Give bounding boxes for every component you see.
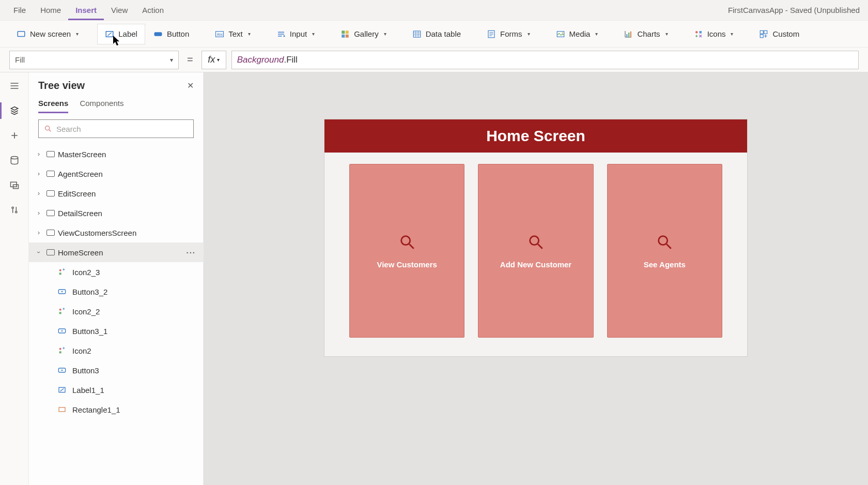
svg-point-25 [12,207,13,208]
menu-home[interactable]: Home [33,0,68,20]
fx-button[interactable]: fx ▾ [202,51,226,69]
text-label: Text [228,29,243,38]
chevron-down-icon: ▾ [384,31,386,37]
tree-child-label: Button3_2 [72,287,107,296]
chevron-down-icon: ▾ [731,31,733,37]
charts-button[interactable]: Charts ▾ [616,24,675,44]
menu-insert[interactable]: Insert [68,0,104,20]
svg-point-42 [401,236,410,245]
svg-point-28 [59,269,61,271]
icon-glyph-icon [57,346,67,355]
screen-icon [47,230,55,236]
charts-label: Charts [637,29,660,38]
icons-icon [694,29,703,39]
screen-icon [47,210,55,216]
screen-icon [47,190,55,196]
tree-child[interactable]: Label1_1 [29,380,203,400]
button-glyph-icon [57,287,67,296]
tree-child[interactable]: Icon2_3 [29,262,203,282]
forms-button[interactable]: Forms ▾ [479,24,537,44]
hamburger-icon[interactable] [8,80,21,92]
insert-icon[interactable] [8,129,21,142]
tab-screens[interactable]: Screens [38,99,68,113]
tree-child[interactable]: Icon2_2 [29,301,203,321]
app-preview[interactable]: Home Screen View Customers Add New Custo… [324,119,748,357]
svg-rect-21 [761,34,764,37]
tree-child[interactable]: Button3_2 [29,282,203,301]
tile-view-customers[interactable]: View Customers [349,164,464,338]
advanced-icon[interactable] [8,204,21,216]
tile-label: View Customers [377,260,437,269]
data-icon[interactable] [8,154,21,166]
chevron-down-icon[interactable]: › [35,248,42,257]
new-screen-button[interactable]: New screen ▾ [9,24,86,44]
menu-action[interactable]: Action [135,0,171,20]
custom-button[interactable]: Custom [752,24,807,44]
chevron-right-icon[interactable]: › [34,190,43,197]
tree-view-icon[interactable] [8,104,21,117]
icons-label: Icons [707,29,726,38]
button-button[interactable]: Button [146,24,196,44]
tree-child[interactable]: Icon2 [29,341,203,360]
tile-add-customer[interactable]: Add New Customer [478,164,593,338]
chevron-right-icon[interactable]: › [34,229,43,236]
charts-icon [624,29,633,39]
chevron-down-icon: ▾ [76,31,79,37]
tree-node[interactable]: ›AgentScreen [29,164,203,184]
svg-point-43 [530,236,539,245]
label-glyph-icon [57,386,67,394]
tree-list[interactable]: ›MasterScreen ›AgentScreen ›EditScreen ›… [29,144,203,485]
menu-file[interactable]: File [6,0,33,20]
formula-token-object: Background [237,55,284,65]
label-button[interactable]: Label [97,24,145,44]
tab-components[interactable]: Components [80,99,123,113]
tree-node[interactable]: ›MasterScreen [29,144,203,164]
tree-child[interactable]: Button3 [29,360,203,380]
media-icon [556,29,565,39]
chevron-down-icon: ▾ [312,31,315,37]
ribbon: New screen ▾ Label Button Abc Text ▾ Inp… [0,21,868,48]
chevron-down-icon: ▾ [665,31,668,37]
data-table-label: Data table [426,29,461,38]
tree-node[interactable]: ›EditScreen [29,184,203,203]
data-table-button[interactable]: Data table [405,24,468,44]
icons-button[interactable]: Icons ▾ [687,24,741,44]
tree-node[interactable]: ›ViewCustomersScreen [29,223,203,242]
chevron-right-icon[interactable]: › [34,150,43,158]
text-button[interactable]: Abc Text ▾ [208,24,258,44]
svg-rect-15 [628,33,629,37]
canvas-area[interactable]: Home Screen View Customers Add New Custo… [204,72,868,485]
svg-point-27 [45,126,50,130]
svg-rect-41 [59,407,65,412]
chevron-right-icon[interactable]: › [34,170,43,177]
formula-bar: Fill ▾ = fx ▾ Background.Fill [0,48,868,72]
screen-icon [47,151,55,157]
tile-label: Add New Customer [500,260,571,269]
tree-node[interactable]: ›DetailScreen [29,203,203,223]
svg-rect-7 [346,31,349,34]
tree-child[interactable]: Rectangle1_1 [29,400,203,419]
media-rail-icon[interactable] [8,179,21,191]
svg-point-26 [15,211,17,213]
gallery-button[interactable]: Gallery ▾ [333,24,394,44]
formula-input[interactable]: Background.Fill [231,51,859,69]
tree-child-label: Button3_1 [72,327,107,336]
tree-node-label: AgentScreen [58,170,103,178]
button-button-label: Button [167,29,189,38]
menu-view[interactable]: View [104,0,135,20]
chevron-right-icon[interactable]: › [34,209,43,217]
media-button[interactable]: Media ▾ [549,24,606,44]
search-icon [44,125,52,133]
chevron-down-icon: ▾ [170,56,173,64]
menu-bar: File Home Insert View Action FirstCanvas… [0,0,868,21]
more-icon[interactable]: ··· [186,248,196,257]
close-icon[interactable]: ✕ [187,81,194,90]
tile-see-agents[interactable]: See Agents [607,164,722,338]
tree-child[interactable]: Button3_1 [29,321,203,341]
property-selector[interactable]: Fill ▾ [9,51,179,69]
tree-node-selected[interactable]: ›HomeScreen··· [29,242,203,262]
custom-label: Custom [772,29,799,38]
search-input[interactable]: Search [38,119,194,138]
input-button[interactable]: Input ▾ [269,24,322,44]
svg-point-32 [59,309,61,311]
